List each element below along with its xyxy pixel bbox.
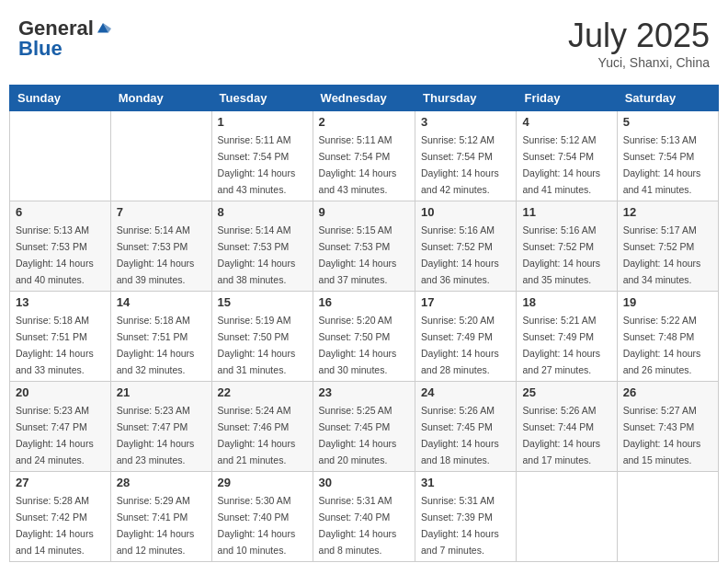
logo: General Blue (18, 17, 111, 61)
calendar-cell: 24 Sunrise: 5:26 AMSunset: 7:45 PMDaylig… (415, 382, 517, 472)
header-wednesday: Wednesday (313, 86, 415, 111)
day-info: Sunrise: 5:29 AMSunset: 7:41 PMDaylight:… (117, 495, 195, 556)
calendar-cell: 29 Sunrise: 5:30 AMSunset: 7:40 PMDaylig… (211, 472, 313, 562)
week-row-2: 6 Sunrise: 5:13 AMSunset: 7:53 PMDayligh… (10, 201, 719, 292)
day-info: Sunrise: 5:20 AMSunset: 7:49 PMDaylight:… (421, 315, 499, 375)
day-info: Sunrise: 5:23 AMSunset: 7:47 PMDaylight:… (117, 405, 195, 465)
day-number: 14 (117, 295, 206, 309)
calendar-cell: 25 Sunrise: 5:26 AMSunset: 7:44 PMDaylig… (517, 382, 617, 472)
day-number: 15 (218, 295, 307, 309)
calendar-cell: 31 Sunrise: 5:31 AMSunset: 7:39 PMDaylig… (415, 472, 517, 562)
calendar-cell: 12 Sunrise: 5:17 AMSunset: 7:52 PMDaylig… (617, 201, 718, 292)
calendar-cell: 20 Sunrise: 5:23 AMSunset: 7:47 PMDaylig… (10, 382, 111, 472)
day-info: Sunrise: 5:16 AMSunset: 7:52 PMDaylight:… (421, 224, 499, 285)
day-info: Sunrise: 5:15 AMSunset: 7:53 PMDaylight:… (319, 224, 397, 285)
calendar-cell: 1 Sunrise: 5:11 AMSunset: 7:54 PMDayligh… (211, 111, 313, 201)
day-info: Sunrise: 5:31 AMSunset: 7:39 PMDaylight:… (421, 495, 499, 556)
calendar-table: Sunday Monday Tuesday Wednesday Thursday… (9, 85, 719, 562)
calendar-cell (517, 472, 617, 562)
week-row-4: 20 Sunrise: 5:23 AMSunset: 7:47 PMDaylig… (10, 382, 719, 472)
day-number: 11 (522, 205, 610, 219)
month-title: July 2025 (568, 17, 710, 55)
day-info: Sunrise: 5:26 AMSunset: 7:44 PMDaylight:… (522, 405, 600, 465)
day-number: 25 (522, 385, 610, 399)
day-number: 10 (421, 205, 510, 219)
day-number: 5 (623, 115, 712, 129)
day-number: 7 (117, 205, 206, 219)
calendar-cell: 27 Sunrise: 5:28 AMSunset: 7:42 PMDaylig… (10, 472, 111, 562)
day-info: Sunrise: 5:24 AMSunset: 7:46 PMDaylight:… (218, 405, 296, 465)
header-thursday: Thursday (415, 86, 517, 111)
day-number: 12 (623, 205, 712, 219)
day-info: Sunrise: 5:22 AMSunset: 7:48 PMDaylight:… (623, 315, 701, 375)
calendar-cell: 16 Sunrise: 5:20 AMSunset: 7:50 PMDaylig… (313, 292, 415, 382)
calendar-cell: 30 Sunrise: 5:31 AMSunset: 7:40 PMDaylig… (313, 472, 415, 562)
day-number: 18 (522, 295, 610, 309)
day-number: 26 (623, 385, 712, 399)
logo-blue: Blue (18, 37, 63, 61)
day-info: Sunrise: 5:25 AMSunset: 7:45 PMDaylight:… (319, 405, 397, 465)
day-number: 22 (218, 385, 307, 399)
day-info: Sunrise: 5:27 AMSunset: 7:43 PMDaylight:… (623, 405, 701, 465)
day-number: 9 (319, 205, 409, 219)
week-row-1: 1 Sunrise: 5:11 AMSunset: 7:54 PMDayligh… (10, 111, 719, 201)
day-info: Sunrise: 5:11 AMSunset: 7:54 PMDaylight:… (218, 134, 296, 195)
day-number: 3 (421, 115, 510, 129)
calendar-cell: 19 Sunrise: 5:22 AMSunset: 7:48 PMDaylig… (617, 292, 718, 382)
calendar-cell: 15 Sunrise: 5:19 AMSunset: 7:50 PMDaylig… (211, 292, 313, 382)
calendar-cell: 21 Sunrise: 5:23 AMSunset: 7:47 PMDaylig… (110, 382, 211, 472)
day-number: 17 (421, 295, 510, 309)
page-header: General Blue July 2025 Yuci, Shanxi, Chi… (9, 9, 719, 77)
day-info: Sunrise: 5:17 AMSunset: 7:52 PMDaylight:… (623, 224, 701, 285)
logo-icon (95, 20, 111, 37)
day-info: Sunrise: 5:21 AMSunset: 7:49 PMDaylight:… (522, 315, 600, 375)
calendar-cell (10, 111, 111, 201)
day-number: 19 (623, 295, 712, 309)
day-number: 4 (522, 115, 610, 129)
day-info: Sunrise: 5:19 AMSunset: 7:50 PMDaylight:… (218, 315, 296, 375)
day-info: Sunrise: 5:14 AMSunset: 7:53 PMDaylight:… (218, 224, 296, 285)
calendar-cell: 10 Sunrise: 5:16 AMSunset: 7:52 PMDaylig… (415, 201, 517, 292)
calendar-cell: 11 Sunrise: 5:16 AMSunset: 7:52 PMDaylig… (517, 201, 617, 292)
calendar-cell: 28 Sunrise: 5:29 AMSunset: 7:41 PMDaylig… (110, 472, 211, 562)
header-monday: Monday (110, 86, 211, 111)
week-row-3: 13 Sunrise: 5:18 AMSunset: 7:51 PMDaylig… (10, 292, 719, 382)
day-number: 27 (16, 476, 105, 489)
header-friday: Friday (517, 86, 617, 111)
calendar-cell: 7 Sunrise: 5:14 AMSunset: 7:53 PMDayligh… (110, 201, 211, 292)
calendar-cell: 6 Sunrise: 5:13 AMSunset: 7:53 PMDayligh… (10, 201, 111, 292)
day-info: Sunrise: 5:28 AMSunset: 7:42 PMDaylight:… (16, 495, 94, 556)
day-info: Sunrise: 5:31 AMSunset: 7:40 PMDaylight:… (319, 495, 397, 556)
day-info: Sunrise: 5:14 AMSunset: 7:53 PMDaylight:… (117, 224, 195, 285)
day-info: Sunrise: 5:11 AMSunset: 7:54 PMDaylight:… (319, 134, 397, 195)
calendar-cell: 3 Sunrise: 5:12 AMSunset: 7:54 PMDayligh… (415, 111, 517, 201)
day-info: Sunrise: 5:23 AMSunset: 7:47 PMDaylight:… (16, 405, 94, 465)
calendar-cell: 9 Sunrise: 5:15 AMSunset: 7:53 PMDayligh… (313, 201, 415, 292)
day-info: Sunrise: 5:16 AMSunset: 7:52 PMDaylight:… (522, 224, 600, 285)
day-number: 16 (319, 295, 409, 309)
calendar-cell: 26 Sunrise: 5:27 AMSunset: 7:43 PMDaylig… (617, 382, 718, 472)
day-info: Sunrise: 5:12 AMSunset: 7:54 PMDaylight:… (421, 134, 499, 195)
week-row-5: 27 Sunrise: 5:28 AMSunset: 7:42 PMDaylig… (10, 472, 719, 562)
calendar-header-row: Sunday Monday Tuesday Wednesday Thursday… (10, 86, 719, 111)
day-info: Sunrise: 5:12 AMSunset: 7:54 PMDaylight:… (522, 134, 600, 195)
day-number: 8 (218, 205, 307, 219)
day-number: 23 (319, 385, 409, 399)
calendar-cell: 14 Sunrise: 5:18 AMSunset: 7:51 PMDaylig… (110, 292, 211, 382)
calendar-cell: 13 Sunrise: 5:18 AMSunset: 7:51 PMDaylig… (10, 292, 111, 382)
day-number: 2 (319, 115, 409, 129)
day-number: 24 (421, 385, 510, 399)
day-info: Sunrise: 5:20 AMSunset: 7:50 PMDaylight:… (319, 315, 397, 375)
day-info: Sunrise: 5:18 AMSunset: 7:51 PMDaylight:… (16, 315, 94, 375)
day-number: 29 (218, 476, 307, 489)
calendar-cell: 4 Sunrise: 5:12 AMSunset: 7:54 PMDayligh… (517, 111, 617, 201)
calendar-cell (617, 472, 718, 562)
day-number: 31 (421, 476, 510, 489)
header-sunday: Sunday (10, 86, 111, 111)
calendar-cell: 18 Sunrise: 5:21 AMSunset: 7:49 PMDaylig… (517, 292, 617, 382)
title-block: July 2025 Yuci, Shanxi, China (568, 17, 710, 70)
day-info: Sunrise: 5:13 AMSunset: 7:53 PMDaylight:… (16, 224, 94, 285)
calendar-cell (110, 111, 211, 201)
calendar-cell: 23 Sunrise: 5:25 AMSunset: 7:45 PMDaylig… (313, 382, 415, 472)
day-number: 1 (218, 115, 307, 129)
